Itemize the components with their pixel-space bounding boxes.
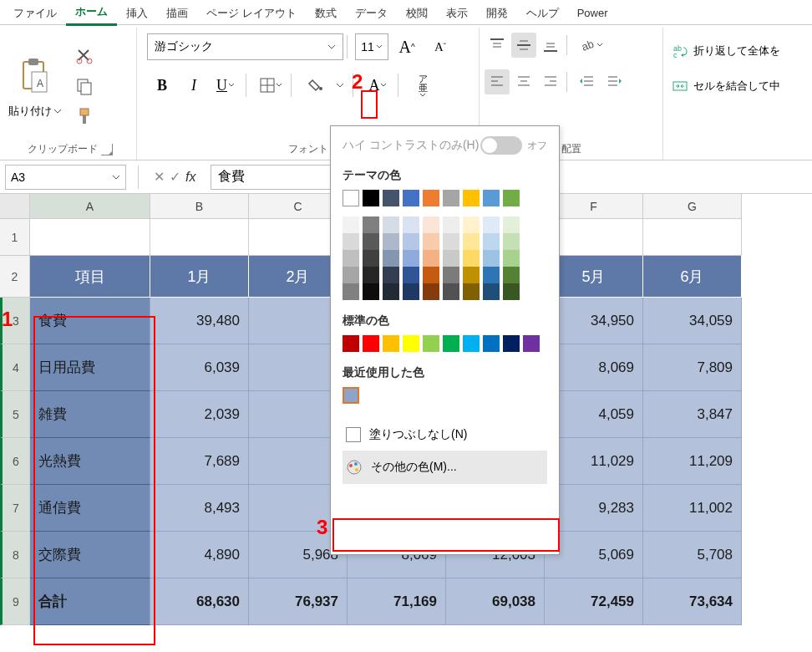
bold-button[interactable]: B xyxy=(147,71,177,99)
high-contrast-toggle[interactable] xyxy=(480,136,522,155)
enter-formula-button[interactable]: ✓ xyxy=(170,169,180,185)
table-cell[interactable]: 7,689 xyxy=(150,438,249,485)
color-swatch[interactable] xyxy=(403,283,419,300)
table-cell[interactable]: 2,039 xyxy=(150,391,249,438)
colhdr-G[interactable]: G xyxy=(643,194,742,219)
table-cell[interactable]: 3,847 xyxy=(643,391,742,438)
color-swatch[interactable] xyxy=(443,233,459,250)
color-swatch[interactable] xyxy=(483,335,500,352)
menu-help[interactable]: ヘルプ xyxy=(517,2,568,25)
align-right-button[interactable] xyxy=(538,69,563,94)
color-swatch[interactable] xyxy=(363,233,379,250)
color-swatch[interactable] xyxy=(343,335,359,352)
decrease-font-button[interactable]: Aˇ xyxy=(425,33,455,61)
table-cell[interactable]: 光熱費 xyxy=(30,438,150,485)
align-bottom-button[interactable] xyxy=(538,33,563,58)
color-swatch[interactable] xyxy=(483,283,500,300)
table-cell[interactable]: 69,038 xyxy=(446,578,545,625)
color-swatch[interactable] xyxy=(503,233,520,250)
color-swatch[interactable] xyxy=(463,216,480,233)
color-swatch[interactable] xyxy=(423,267,439,283)
menu-insert[interactable]: 挿入 xyxy=(117,2,157,25)
rowhdr-8[interactable]: 8 xyxy=(0,532,30,578)
color-swatch[interactable] xyxy=(403,267,419,283)
table-cell[interactable]: 交際費 xyxy=(30,532,150,578)
color-swatch[interactable] xyxy=(343,233,359,250)
table-cell[interactable]: 日用品費 xyxy=(30,344,150,391)
color-swatch[interactable] xyxy=(383,216,399,233)
color-swatch[interactable] xyxy=(463,335,480,352)
color-swatch[interactable] xyxy=(443,250,459,267)
table-cell[interactable]: 73,634 xyxy=(643,578,742,625)
color-swatch[interactable] xyxy=(363,335,379,352)
cut-button[interactable] xyxy=(72,43,97,69)
color-swatch[interactable] xyxy=(483,190,500,206)
color-swatch[interactable] xyxy=(443,190,459,206)
color-swatch[interactable] xyxy=(443,216,459,233)
menu-data[interactable]: データ xyxy=(346,2,397,25)
color-swatch[interactable] xyxy=(383,267,399,283)
color-swatch[interactable] xyxy=(383,190,399,206)
table-cell[interactable]: 71,169 xyxy=(348,578,446,625)
paste-button[interactable]: A xyxy=(13,53,57,102)
color-swatch[interactable] xyxy=(503,216,520,233)
color-swatch[interactable] xyxy=(443,283,459,300)
table-cell[interactable]: 11,002 xyxy=(643,485,742,532)
underline-button[interactable]: U xyxy=(211,71,241,99)
color-swatch[interactable] xyxy=(423,250,439,267)
align-center-button[interactable] xyxy=(511,69,536,94)
font-size-select[interactable]: 11 xyxy=(355,33,388,60)
color-swatch[interactable] xyxy=(403,233,419,250)
color-swatch[interactable] xyxy=(483,267,500,283)
color-swatch[interactable] xyxy=(343,267,359,283)
color-swatch[interactable] xyxy=(363,283,379,300)
color-swatch[interactable] xyxy=(423,216,439,233)
table-cell[interactable]: 11,209 xyxy=(643,438,742,485)
fx-button[interactable]: fx xyxy=(185,170,195,185)
color-swatch[interactable] xyxy=(343,216,359,233)
table-cell[interactable]: 76,937 xyxy=(249,578,348,625)
menu-home[interactable]: ホーム xyxy=(66,0,117,26)
font-name-select[interactable]: 游ゴシック xyxy=(147,33,343,60)
table-cell[interactable]: 雑費 xyxy=(30,391,150,438)
italic-button[interactable]: I xyxy=(179,71,209,99)
clipboard-dialog-launcher[interactable] xyxy=(101,144,113,155)
cancel-formula-button[interactable]: ✕ xyxy=(154,169,165,185)
menu-review[interactable]: 校閲 xyxy=(397,2,437,25)
align-top-button[interactable] xyxy=(485,33,510,58)
phonetic-button[interactable]: ア亜 xyxy=(408,71,438,99)
recent-color-swatch[interactable] xyxy=(343,387,359,404)
rowhdr-1[interactable]: 1 xyxy=(0,219,30,256)
color-swatch[interactable] xyxy=(503,267,520,283)
table-cell[interactable]: 4,890 xyxy=(150,532,249,578)
decrease-indent-button[interactable] xyxy=(575,69,600,94)
format-painter-button[interactable] xyxy=(72,104,97,129)
color-swatch[interactable] xyxy=(403,335,419,352)
color-swatch[interactable] xyxy=(423,283,439,300)
rowhdr-9[interactable]: 9 xyxy=(0,578,30,625)
color-swatch[interactable] xyxy=(383,335,399,352)
color-swatch[interactable] xyxy=(463,283,480,300)
table-header[interactable]: 6月 xyxy=(643,256,742,298)
font-color-button[interactable]: A xyxy=(363,71,393,99)
color-swatch[interactable] xyxy=(463,233,480,250)
table-header[interactable]: 1月 xyxy=(150,256,249,298)
table-header[interactable]: 項目 xyxy=(30,256,150,298)
color-swatch[interactable] xyxy=(463,190,480,206)
copy-button[interactable] xyxy=(72,74,97,99)
color-swatch[interactable] xyxy=(423,233,439,250)
color-swatch[interactable] xyxy=(503,283,520,300)
borders-button[interactable] xyxy=(256,71,286,99)
color-swatch[interactable] xyxy=(503,335,520,352)
table-cell[interactable]: 7,809 xyxy=(643,344,742,391)
orientation-button[interactable]: ab xyxy=(575,33,606,58)
table-cell[interactable]: 6,039 xyxy=(150,344,249,391)
table-cell[interactable]: 39,480 xyxy=(150,298,249,344)
color-swatch[interactable] xyxy=(403,190,419,206)
color-swatch[interactable] xyxy=(403,250,419,267)
fill-color-button[interactable] xyxy=(301,71,331,99)
increase-font-button[interactable]: A^ xyxy=(392,33,422,61)
color-swatch[interactable] xyxy=(383,233,399,250)
color-swatch[interactable] xyxy=(523,335,540,352)
table-cell[interactable]: 34,059 xyxy=(643,298,742,344)
